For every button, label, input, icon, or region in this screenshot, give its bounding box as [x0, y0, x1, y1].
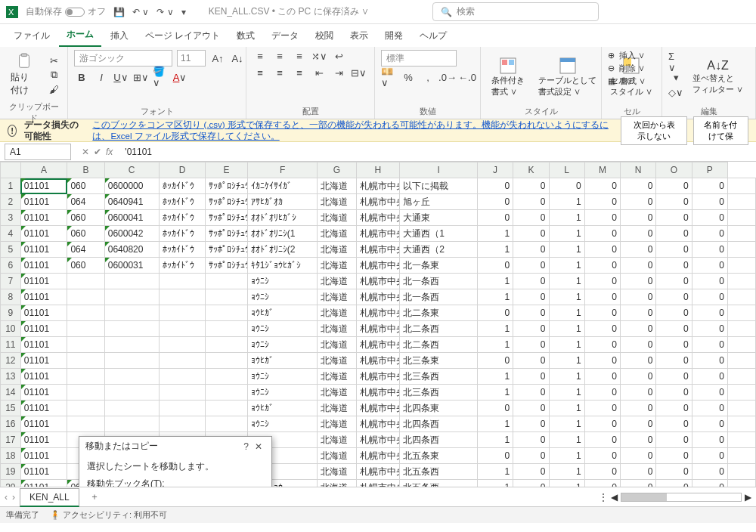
column-header[interactable]: [1, 162, 21, 178]
cell[interactable]: 札幌市中央区: [356, 274, 400, 289]
cell[interactable]: 0: [692, 274, 727, 289]
column-header[interactable]: H: [356, 162, 400, 178]
ribbon-tab-3[interactable]: ページ レイアウト: [138, 25, 228, 47]
percent-icon[interactable]: %: [401, 71, 416, 83]
cell[interactable]: [104, 321, 159, 337]
format-painter-icon[interactable]: 🖌: [46, 83, 61, 95]
cell[interactable]: 0: [692, 289, 727, 305]
cell[interactable]: 北海道: [318, 289, 356, 305]
cell[interactable]: 0: [621, 353, 656, 369]
cell[interactable]: 札幌市中央区: [356, 448, 400, 464]
row-header[interactable]: 16: [1, 416, 21, 432]
cell[interactable]: 0: [513, 321, 549, 337]
cell[interactable]: 0: [621, 305, 656, 321]
cell[interactable]: 0: [656, 369, 692, 385]
column-header[interactable]: B: [67, 162, 104, 178]
ribbon-tab-8[interactable]: 開発: [377, 25, 411, 47]
cell[interactable]: [206, 274, 248, 289]
row-header[interactable]: 5: [1, 242, 21, 258]
cell[interactable]: 北三条西: [400, 369, 478, 385]
cell[interactable]: ｵｵﾄﾞｵﾘﾋｶﾞｼ: [247, 210, 318, 226]
cell[interactable]: 1: [477, 464, 513, 480]
cell[interactable]: 1: [549, 464, 584, 480]
cell[interactable]: 0: [656, 274, 692, 289]
add-sheet-icon[interactable]: ＋: [84, 489, 105, 505]
cell[interactable]: 北五条西: [400, 464, 478, 480]
sheet-nav-next-icon[interactable]: ›: [12, 492, 15, 503]
cell[interactable]: [159, 416, 206, 432]
italic-icon[interactable]: I: [94, 71, 109, 83]
cell[interactable]: 札幌市中央区: [356, 401, 400, 416]
cell[interactable]: 0: [656, 464, 692, 480]
cell[interactable]: 1: [549, 337, 584, 353]
cell[interactable]: 0: [584, 448, 620, 464]
underline-icon[interactable]: U∨: [113, 71, 129, 83]
close-icon[interactable]: ✕: [252, 441, 265, 452]
cell[interactable]: 北海道: [318, 353, 356, 369]
cell[interactable]: 北海道: [318, 178, 356, 194]
cell[interactable]: 0: [513, 178, 549, 194]
cell[interactable]: 0: [584, 305, 620, 321]
column-header[interactable]: G: [318, 162, 356, 178]
cell[interactable]: 北四条西: [400, 416, 478, 432]
cell[interactable]: 1: [477, 226, 513, 242]
sort-filter-button[interactable]: A↓Z 並べ替えと フィルター ∨: [688, 57, 748, 97]
fill-icon[interactable]: ▾: [668, 71, 683, 83]
cell[interactable]: 北五条西: [400, 480, 478, 487]
merge-icon[interactable]: ⊟∨: [351, 66, 366, 79]
cell[interactable]: 0: [477, 448, 513, 464]
cell[interactable]: 01101: [20, 401, 67, 416]
cell[interactable]: 0: [692, 321, 727, 337]
cell[interactable]: [67, 274, 104, 289]
cell[interactable]: 0: [477, 194, 513, 210]
cell[interactable]: [67, 385, 104, 401]
cell[interactable]: 064: [67, 194, 104, 210]
column-header[interactable]: L: [549, 162, 584, 178]
cell[interactable]: 0: [656, 321, 692, 337]
cell[interactable]: [159, 401, 206, 416]
cell[interactable]: 北一条西: [400, 274, 478, 289]
cell[interactable]: ｻｯﾎﾟﾛｼﾁｭｳｵｳｸ: [206, 210, 248, 226]
cell[interactable]: 01101: [20, 432, 67, 448]
cell[interactable]: 1: [549, 432, 584, 448]
cell[interactable]: 北二条東: [400, 305, 478, 321]
cell[interactable]: 0: [692, 258, 727, 274]
column-header[interactable]: N: [621, 162, 656, 178]
cell[interactable]: 0: [621, 448, 656, 464]
cell[interactable]: [104, 385, 159, 401]
column-header[interactable]: I: [400, 162, 478, 178]
cell[interactable]: 0: [692, 305, 727, 321]
undo-icon[interactable]: ↶ ∨: [132, 7, 149, 17]
cell[interactable]: 0: [513, 305, 549, 321]
cell[interactable]: 01101: [20, 385, 67, 401]
cell[interactable]: 0: [621, 464, 656, 480]
cell[interactable]: 0: [692, 178, 727, 194]
cell[interactable]: ｻｯﾎﾟﾛｼﾁｭｳｵｳｸ: [206, 178, 248, 194]
cell[interactable]: ｮｳﾋｶﾞ: [247, 305, 318, 321]
cell[interactable]: 1: [549, 210, 584, 226]
column-header[interactable]: P: [692, 162, 727, 178]
cell[interactable]: 1: [477, 480, 513, 487]
cell[interactable]: 1: [549, 369, 584, 385]
cell[interactable]: 0: [584, 385, 620, 401]
cell[interactable]: [104, 305, 159, 321]
cell[interactable]: 札幌市中央区: [356, 385, 400, 401]
row-header[interactable]: 15: [1, 401, 21, 416]
column-header[interactable]: O: [656, 162, 692, 178]
column-header[interactable]: J: [477, 162, 513, 178]
cell[interactable]: 0: [477, 353, 513, 369]
cell[interactable]: 0: [584, 432, 620, 448]
cell[interactable]: 北海道: [318, 258, 356, 274]
comma-icon[interactable]: ,: [420, 71, 435, 83]
horizontal-scrollbar[interactable]: [621, 493, 742, 502]
orientation-icon[interactable]: ⤭∨: [311, 50, 327, 62]
cell[interactable]: 札幌市中央区: [356, 353, 400, 369]
cell[interactable]: [206, 289, 248, 305]
bold-icon[interactable]: B: [74, 71, 89, 83]
row-header[interactable]: 6: [1, 258, 21, 274]
cell[interactable]: 北海道: [318, 401, 356, 416]
cell[interactable]: [159, 337, 206, 353]
font-color-icon[interactable]: A∨: [172, 71, 187, 83]
cell[interactable]: ｮｳﾆｼ: [247, 289, 318, 305]
row-header[interactable]: 11: [1, 337, 21, 353]
